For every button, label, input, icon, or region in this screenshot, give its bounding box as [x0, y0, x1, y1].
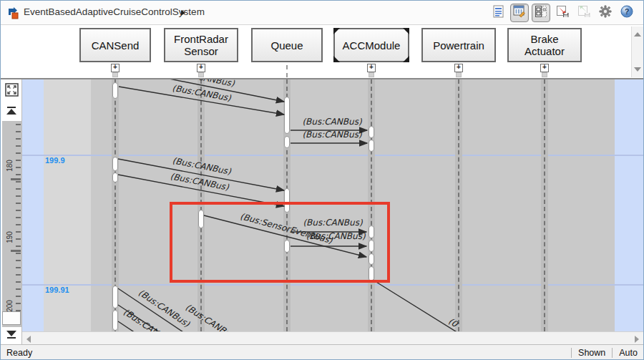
help-button[interactable]: ? [618, 4, 636, 22]
title-bar: EventBasedAdaptiveCruiseControlSystem ? [1, 1, 643, 25]
message-label: (Bus:CANBus) [302, 130, 361, 140]
ruler-minor-tick [16, 188, 21, 190]
message-arrow[interactable]: (Bus:CANBus) [291, 130, 367, 143]
status-text: Ready [1, 348, 571, 358]
ruler-minor-tick [16, 138, 21, 140]
ruler-minor-tick [16, 203, 21, 204]
scroll-up-button[interactable] [6, 107, 16, 115]
lifeline-stub [198, 72, 204, 77]
ruler-minor-tick [16, 224, 21, 225]
ruler-major-tick [11, 250, 21, 252]
horizontal-scrollbar[interactable] [22, 331, 643, 344]
ruler-minor-tick [16, 160, 21, 161]
message-arrow[interactable]: (Bus:CANBus) [118, 171, 284, 206]
ruler-minor-tick [16, 124, 21, 125]
sequence-diagram-canvas[interactable]: 199.9199.91(Bus:CANBus)(Bus:CANBus)(Bus:… [22, 79, 643, 331]
message-arrow[interactable]: (Bus:CANBus) [291, 117, 367, 130]
ruler-minor-tick [16, 210, 21, 211]
message-label: (Bus:CANBus) [302, 117, 361, 127]
time-ruler[interactable]: 180190200 [2, 79, 22, 344]
block-label: BrakeActuator [525, 33, 565, 57]
expand-plus-button[interactable]: + [454, 64, 463, 72]
expand-plus-button[interactable]: + [197, 64, 205, 72]
ruler-minor-tick [16, 267, 21, 268]
ruler-minor-tick [16, 152, 21, 154]
lifeline-block-powertrain[interactable]: Powertrain [421, 28, 496, 62]
status-auto: Auto [619, 348, 638, 358]
ruler-minor-tick [16, 303, 21, 304]
expand-plus-button[interactable]: + [111, 64, 119, 72]
ruler-minor-tick [16, 253, 21, 254]
show-blocks-icon [535, 5, 547, 21]
subsystem-model-icon [8, 6, 21, 19]
ruler-minor-tick [16, 131, 21, 132]
breadcrumb-expand-icon[interactable] [181, 10, 185, 16]
export-sequence-button[interactable] [553, 4, 572, 22]
ruler-minor-tick [16, 195, 21, 197]
show-blocks-button[interactable] [532, 4, 550, 22]
export-sequence-icon [556, 5, 570, 21]
report-icon [492, 5, 504, 21]
page-title: EventBasedAdaptiveCruiseControlSystem [24, 6, 205, 17]
ruler-minor-tick [16, 274, 21, 276]
report-button[interactable] [489, 4, 507, 22]
time-gridline-label: 199.9 [45, 156, 65, 165]
status-bar: Ready Shown Auto [1, 344, 643, 360]
lifeline-block-cansend[interactable]: CANSend [79, 28, 151, 62]
block-label: ACCModule [343, 39, 401, 52]
selection-corner-icon [403, 56, 409, 62]
settings-gear-button[interactable] [596, 4, 615, 22]
lifeline-block-accmodule[interactable]: ACCModule [333, 28, 409, 62]
import-sequence-button [575, 4, 593, 22]
header-scrollbar[interactable] [631, 26, 643, 77]
sequence-editor-icon [513, 5, 526, 21]
ruler-track[interactable]: 180190200 [2, 121, 21, 327]
sequence-editor-button[interactable] [510, 4, 529, 22]
ruler-minor-tick [16, 288, 21, 290]
scroll-left-icon[interactable] [26, 336, 31, 343]
message-arrow[interactable]: (Bus:CANBus) [119, 83, 284, 115]
lifeline-stub [456, 72, 462, 77]
status-separator [571, 348, 572, 358]
lifeline-header-panel: CANSend+FrontRadarSensor+QueueACCModule+… [1, 25, 643, 79]
scroll-down-button[interactable] [6, 330, 16, 339]
import-sequence-icon [577, 5, 591, 21]
block-label: Queue [270, 39, 303, 52]
message-arrow[interactable]: (0 [373, 280, 479, 331]
lifeline-block-frontradarsensor[interactable]: FrontRadarSensor [164, 28, 238, 62]
ruler-minor-tick [16, 145, 21, 147]
lifeline-block-brakeactuator[interactable]: BrakeActuator [507, 28, 582, 62]
svg-text:?: ? [625, 7, 630, 16]
ruler-viewport-thumb[interactable] [2, 311, 21, 325]
expand-plus-button[interactable]: + [540, 64, 549, 72]
selection-corner-icon [403, 28, 409, 34]
ruler-minor-tick [16, 231, 21, 233]
help-icon: ? [620, 5, 633, 21]
lifeline-stub [542, 72, 547, 77]
status-right-group: Shown Auto [571, 348, 643, 358]
block-label: FrontRadarSensor [174, 33, 228, 57]
ruler-time-label: 190 [6, 228, 14, 247]
ruler-minor-tick [16, 174, 21, 175]
status-shown: Shown [578, 348, 605, 358]
ruler-minor-tick [16, 260, 21, 261]
sequence-viewer-window: EventBasedAdaptiveCruiseControlSystem ? … [0, 0, 644, 360]
ruler-minor-tick [16, 238, 21, 240]
selection-corner-icon [333, 56, 340, 62]
lifeline-stub [286, 65, 288, 77]
scroll-right-icon[interactable] [635, 336, 639, 343]
lifeline-stub [369, 72, 374, 77]
header-scroll-down-icon[interactable] [634, 67, 641, 72]
toolbar: ? [489, 3, 636, 23]
fit-to-view-button[interactable] [5, 83, 19, 97]
message-label: (Bus:CANBus) [183, 302, 239, 331]
ruler-minor-tick [16, 281, 21, 283]
block-label: CANSend [92, 39, 140, 52]
selection-corner-icon [333, 28, 340, 34]
ruler-minor-tick [16, 296, 21, 297]
header-scroll-up-icon[interactable] [634, 32, 641, 37]
lifeline-block-queue[interactable]: Queue [251, 28, 323, 62]
ruler-major-tick [11, 178, 21, 180]
ruler-minor-tick [16, 181, 21, 183]
expand-plus-button[interactable]: + [367, 64, 376, 72]
